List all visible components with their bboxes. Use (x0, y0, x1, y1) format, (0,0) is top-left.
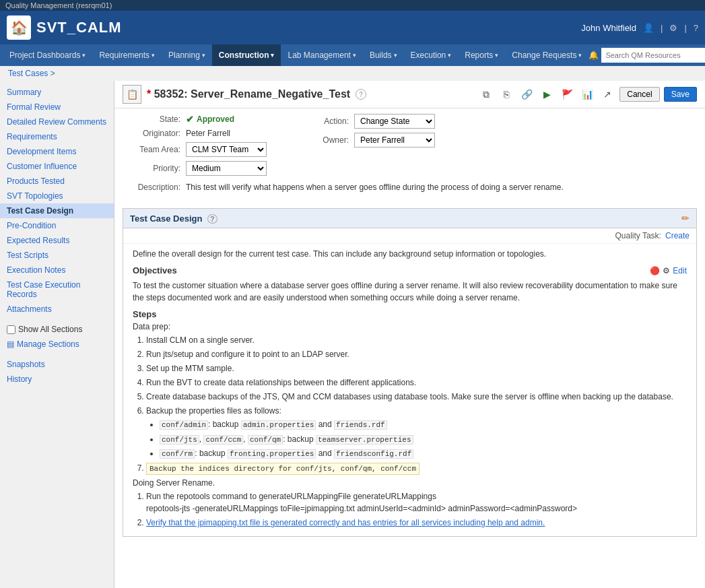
verify-link[interactable]: Verify that the jpimapping.txt file is g… (146, 518, 545, 527)
data-prep-label: Data prep: (133, 322, 687, 331)
header-sep1: | (661, 23, 663, 33)
nav-planning[interactable]: Planning▾ (162, 44, 212, 66)
nav-project-dashboards[interactable]: Project Dashboards▾ (3, 44, 92, 66)
sidebar-item-test-scripts[interactable]: Test Scripts (0, 248, 114, 263)
sidebar-item-summary[interactable]: Summary (0, 85, 114, 100)
nav-lab-management[interactable]: Lab Management▾ (281, 44, 362, 66)
fork-icon[interactable]: ⎘ (498, 86, 514, 102)
priority-select[interactable]: Medium (186, 161, 267, 176)
nav-construction[interactable]: Construction▾ (212, 44, 281, 66)
tcd-section-actions: ✏ (681, 213, 690, 224)
action-row: Action: Change State (294, 114, 435, 129)
tcd-header: Test Case Design ? ✏ (123, 209, 696, 228)
tcd-section: Test Case Design ? ✏ Quality Task: Creat… (123, 208, 697, 537)
objectives-edit-link[interactable]: Edit (673, 266, 687, 275)
sidebar-item-detailed-review[interactable]: Detailed Review Comments (0, 115, 114, 129)
action-select[interactable]: Change State (354, 114, 435, 129)
title-help-icon[interactable]: ? (356, 89, 366, 100)
nav-builds[interactable]: Builds▾ (363, 44, 404, 66)
tcd-intro-text: Define the overall design for the curren… (133, 249, 687, 259)
state-value: ✔ Approved (186, 114, 234, 125)
sidebar-item-requirements[interactable]: Requirements (0, 129, 114, 144)
form-area: State: ✔ Approved Originator: Peter Farr… (114, 108, 705, 203)
step-2: Run jts/setup and configure it to point … (146, 348, 687, 360)
sidebar-item-products-tested[interactable]: Products Tested (0, 174, 114, 189)
show-all-sections-item[interactable]: Show All Sections (0, 322, 114, 337)
team-area-select[interactable]: CLM SVT Team (186, 142, 267, 157)
nav-reports[interactable]: Reports▾ (458, 44, 505, 66)
team-area-row: Team Area: CLM SVT Team (125, 142, 267, 157)
description-label: Description: (125, 183, 186, 192)
chart-icon[interactable]: 📊 (579, 86, 595, 102)
page-icon: 📋 (123, 85, 141, 104)
description-value: This test will verify what happens when … (186, 183, 564, 192)
header-user: John Whitfield (581, 23, 636, 33)
sidebar-item-formal-review[interactable]: Formal Review (0, 100, 114, 115)
header-right: John Whitfield 👤 | ⚙ | ? (581, 23, 698, 33)
doing-server-rename: Doing Server Rename. (133, 478, 687, 488)
nav-change-requests[interactable]: Change Requests▾ (505, 44, 589, 66)
nav-bar: Project Dashboards▾ Requirements▾ Planni… (0, 44, 705, 66)
owner-select[interactable]: Peter Farrell (354, 133, 435, 148)
sidebar-item-execution-notes[interactable]: Execution Notes (0, 263, 114, 277)
sidebar-item-test-case-execution[interactable]: Test Case Execution Records (0, 277, 114, 302)
state-text: Approved (197, 115, 234, 124)
breadcrumb: Test Cases > (0, 66, 705, 81)
step-1: Install CLM on a single server. (146, 334, 687, 346)
header-sep2: | (684, 23, 686, 33)
originator-row: Originator: Peter Farrell (125, 129, 267, 138)
nav-requirements[interactable]: Requirements▾ (92, 44, 162, 66)
show-all-sections-checkbox[interactable] (7, 325, 15, 334)
breadcrumb-test-cases[interactable]: Test Cases (8, 69, 48, 78)
step-7: Backup the indices directory for conf/jt… (146, 462, 687, 475)
copy-icon[interactable]: ⧉ (478, 86, 494, 102)
share-icon[interactable]: ↗ (599, 86, 615, 102)
tcd-quality-row: Quality Task: Create (123, 228, 696, 244)
sidebar-item-svt-topologies[interactable]: SVT Topologies (0, 189, 114, 203)
steps-list: Install CLM on a single server. Run jts/… (133, 334, 687, 474)
sidebar-item-attachments[interactable]: Attachments (0, 302, 114, 317)
priority-label: Priority: (125, 164, 186, 173)
flag-icon[interactable]: 🚩 (559, 86, 575, 102)
app-name: SVT_CALM (36, 19, 122, 36)
steps-label: Steps (133, 309, 687, 319)
sidebar-item-test-case-design[interactable]: Test Case Design (0, 203, 114, 218)
tcd-help-icon[interactable]: ? (207, 214, 217, 224)
objectives-dot-icon: 🔴 (650, 266, 660, 275)
sidebar-item-development-items[interactable]: Development Items (0, 144, 114, 159)
originator-value: Peter Farrell (186, 129, 230, 138)
objectives-settings-icon: ⚙ (663, 266, 670, 275)
sidebar-item-expected-results[interactable]: Expected Results (0, 233, 114, 248)
doing-step-2: Verify that the jpimapping.txt file is g… (146, 517, 687, 529)
save-button[interactable]: Save (664, 87, 697, 102)
action-label: Action: (294, 117, 354, 126)
sidebar-item-pre-condition[interactable]: Pre-Condition (0, 218, 114, 233)
manage-sections-item[interactable]: ▤ Manage Sections (0, 337, 114, 352)
sidebar-item-history[interactable]: History (0, 372, 114, 387)
top-bar-title: Quality Management (resrqm01) (5, 1, 112, 9)
tcd-content: Define the overall design for the curren… (123, 244, 696, 536)
manage-sections-icon: ▤ (7, 339, 14, 349)
state-row: State: ✔ Approved (125, 114, 267, 125)
show-all-sections-label: Show All Sections (18, 325, 82, 334)
help-icon[interactable]: ? (694, 23, 698, 33)
step-6c: conf/rm: backup fronting.properties and … (160, 447, 687, 460)
state-label: State: (125, 115, 186, 124)
settings-icon[interactable]: ⚙ (669, 23, 677, 33)
play-icon[interactable]: ▶ (539, 86, 555, 102)
sidebar-item-snapshots[interactable]: Snapshots (0, 357, 114, 372)
approved-check-icon: ✔ (186, 114, 194, 125)
cancel-button[interactable]: Cancel (619, 87, 659, 102)
step-6-sub-list: conf/admin: backup admin.properties and … (146, 418, 687, 460)
nav-right: 🔔 🔍 (589, 48, 705, 63)
nav-execution[interactable]: Execution▾ (404, 44, 459, 66)
sidebar-item-customer-influence[interactable]: Customer Influence (0, 159, 114, 174)
tcd-edit-pencil-icon[interactable]: ✏ (681, 213, 690, 224)
nav-bell-icon[interactable]: 🔔 (589, 51, 599, 60)
link-icon[interactable]: 🔗 (518, 86, 535, 102)
step-6a: conf/admin: backup admin.properties and … (160, 418, 687, 431)
modified-indicator: * (147, 88, 151, 100)
create-quality-task-link[interactable]: Create (665, 231, 690, 240)
search-input[interactable] (601, 48, 705, 63)
page-id: 58352: (154, 88, 191, 100)
